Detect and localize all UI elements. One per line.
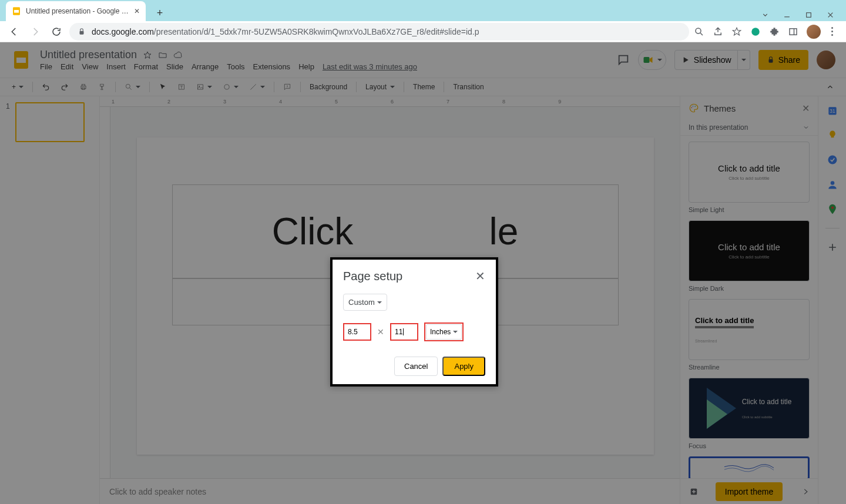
svg-point-4 (696, 28, 701, 33)
slides-favicon (12, 6, 21, 16)
close-window-icon[interactable] (827, 11, 834, 19)
times-icon: ✕ (377, 327, 384, 337)
caret-down-icon[interactable] (761, 11, 769, 19)
browser-menu-icon[interactable] (829, 25, 835, 38)
new-tab-button[interactable]: + (152, 5, 168, 21)
cancel-button[interactable]: Cancel (394, 357, 438, 376)
lock-icon (78, 28, 86, 36)
minimize-icon[interactable] (783, 11, 791, 19)
extensions-icon[interactable] (769, 26, 780, 37)
height-input[interactable]: 11 (390, 323, 418, 341)
omnibox[interactable]: docs.google.com/presentation/d/1_5dxk7mr… (69, 23, 689, 41)
side-panel-icon[interactable] (788, 26, 798, 37)
page-size-dropdown[interactable]: Custom (343, 294, 387, 311)
window-controls (761, 11, 834, 21)
share-page-icon[interactable] (713, 26, 723, 37)
tab-title: Untitled presentation - Google Slides (26, 7, 129, 15)
profile-avatar[interactable] (807, 25, 821, 39)
svg-rect-2 (807, 13, 811, 18)
svg-rect-1 (14, 10, 19, 13)
svg-point-5 (751, 28, 760, 36)
browser-tab[interactable]: Untitled presentation - Google Slides ✕ (6, 1, 146, 21)
svg-rect-3 (80, 31, 84, 34)
apply-button[interactable]: Apply (442, 357, 485, 376)
browser-titlebar: Untitled presentation - Google Slides ✕ … (0, 0, 846, 21)
dialog-close-icon[interactable]: ✕ (475, 269, 485, 283)
unit-dropdown[interactable]: Inches (424, 322, 464, 341)
browser-action-icons (694, 25, 840, 39)
browser-address-bar: docs.google.com/presentation/d/1_5dxk7mr… (0, 21, 846, 42)
star-icon[interactable] (731, 26, 742, 37)
back-button[interactable] (6, 23, 22, 40)
page-setup-dialog: Page setup ✕ Custom 8.5 ✕ 11 Inches Canc… (330, 257, 498, 387)
dialog-title: Page setup (343, 270, 402, 283)
svg-rect-6 (790, 28, 797, 35)
reload-button[interactable] (48, 23, 65, 40)
maximize-icon[interactable] (805, 11, 813, 19)
tab-close-icon[interactable]: ✕ (134, 7, 140, 15)
omnibox-url: docs.google.com/presentation/d/1_5dxk7mr… (92, 27, 681, 36)
width-input[interactable]: 8.5 (343, 323, 371, 341)
extension-grammarly-icon[interactable] (750, 26, 761, 37)
zoom-icon[interactable] (694, 26, 704, 37)
slides-app: Untitled presentation File Edit View Ins… (0, 42, 846, 504)
forward-button[interactable] (27, 23, 43, 40)
